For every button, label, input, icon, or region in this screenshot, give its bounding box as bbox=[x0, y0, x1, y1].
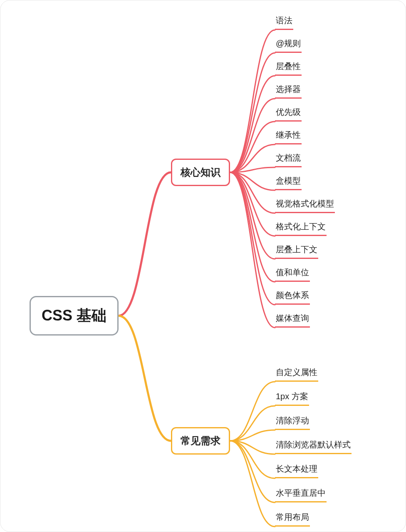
leaf-core-5[interactable]: 继承性 bbox=[275, 129, 302, 144]
leaf-core-8[interactable]: 视觉格式化模型 bbox=[275, 198, 335, 213]
mindmap-stage: CSS 基础核心知识语法@规则层叠性选择器优先级继承性文档流盒模型视觉格式化模型… bbox=[0, 0, 406, 532]
leaf-core-11[interactable]: 值和单位 bbox=[275, 267, 310, 282]
leaf-core-0[interactable]: 语法 bbox=[275, 15, 293, 30]
leaf-core-9[interactable]: 格式化上下文 bbox=[275, 221, 327, 236]
leaf-needs-0[interactable]: 自定义属性 bbox=[275, 367, 318, 382]
leaf-needs-1[interactable]: 1px 方案 bbox=[275, 391, 309, 406]
branch-core[interactable]: 核心知识 bbox=[171, 159, 230, 186]
leaf-core-1[interactable]: @规则 bbox=[275, 38, 302, 53]
leaf-core-4[interactable]: 优先级 bbox=[275, 107, 302, 122]
leaf-core-12[interactable]: 颜色体系 bbox=[275, 290, 310, 305]
leaf-needs-5[interactable]: 水平垂直居中 bbox=[275, 487, 327, 502]
leaf-needs-2[interactable]: 清除浮动 bbox=[275, 415, 310, 430]
leaf-core-2[interactable]: 层叠性 bbox=[275, 61, 302, 76]
root-node[interactable]: CSS 基础 bbox=[30, 296, 119, 336]
leaf-needs-6[interactable]: 常用布局 bbox=[275, 512, 310, 527]
leaf-core-6[interactable]: 文档流 bbox=[275, 152, 302, 167]
leaf-needs-3[interactable]: 清除浏览器默认样式 bbox=[275, 439, 352, 454]
leaf-core-13[interactable]: 媒体查询 bbox=[275, 313, 310, 328]
branch-needs[interactable]: 常见需求 bbox=[171, 427, 230, 455]
leaf-core-7[interactable]: 盒模型 bbox=[275, 175, 302, 190]
leaf-needs-4[interactable]: 长文本处理 bbox=[275, 463, 318, 478]
leaf-core-10[interactable]: 层叠上下文 bbox=[275, 244, 318, 259]
leaf-core-3[interactable]: 选择器 bbox=[275, 84, 302, 99]
